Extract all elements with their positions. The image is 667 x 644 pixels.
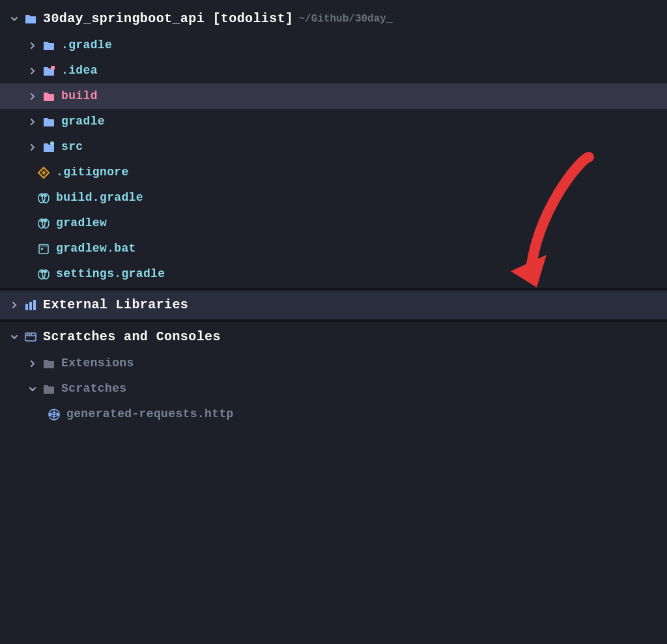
gradle-hidden-item[interactable]: .gradle xyxy=(0,33,667,58)
idea-item[interactable]: .idea xyxy=(0,58,667,83)
extensions-label: Extensions xyxy=(61,355,134,372)
gradle-hidden-chevron xyxy=(26,39,39,52)
section-separator-1 xyxy=(0,288,667,290)
scratches-folder-icon xyxy=(42,382,56,396)
svg-rect-18 xyxy=(25,304,28,310)
gradle-folder-icon xyxy=(42,115,56,129)
external-libraries-label: External Libraries xyxy=(43,295,188,315)
settings-gradle-label: settings.gradle xyxy=(56,265,165,283)
build-gradle-item[interactable]: build.gradle xyxy=(0,185,667,211)
build-label: build xyxy=(61,87,98,105)
gradle-chevron xyxy=(26,115,39,128)
svg-point-16 xyxy=(44,271,47,273)
extensions-chevron xyxy=(26,357,39,370)
scratches-folder-label: Scratches xyxy=(61,380,126,398)
generated-requests-label: generated-requests.http xyxy=(66,405,234,423)
gitignore-icon xyxy=(36,166,51,180)
svg-point-5 xyxy=(40,194,43,197)
svg-rect-12 xyxy=(39,244,48,247)
gradle-item[interactable]: gradle xyxy=(0,109,667,134)
idea-folder-icon xyxy=(42,64,56,78)
svg-point-6 xyxy=(44,194,47,197)
gradle-hidden-label: .gradle xyxy=(61,37,112,54)
build-gradle-label: build.gradle xyxy=(56,189,143,207)
svg-point-9 xyxy=(40,220,43,222)
svg-point-10 xyxy=(44,220,47,222)
gitignore-item[interactable]: .gitignore xyxy=(0,160,667,185)
gradle-label: gradle xyxy=(61,113,105,130)
gradlew-bat-item[interactable]: gradlew.bat xyxy=(0,236,667,261)
gradlew-bat-icon xyxy=(36,242,51,256)
extensions-folder-icon xyxy=(42,357,56,371)
gitignore-label: .gitignore xyxy=(56,164,129,181)
settings-gradle-item[interactable]: settings.gradle xyxy=(0,261,667,287)
svg-point-2 xyxy=(42,171,45,174)
build-folder-icon xyxy=(42,89,56,104)
scratches-consoles-item[interactable]: Scratches and Consoles xyxy=(0,323,667,351)
idea-label: .idea xyxy=(61,62,98,80)
build-item[interactable]: build xyxy=(0,83,667,109)
external-libraries-item[interactable]: External Libraries xyxy=(0,291,667,319)
root-label: 30day_springboot_api [todolist] xyxy=(43,9,293,29)
svg-rect-20 xyxy=(33,300,36,310)
gradlew-label: gradlew xyxy=(56,214,107,232)
scratches-consoles-chevron xyxy=(8,330,21,344)
svg-point-15 xyxy=(40,271,43,273)
settings-gradle-container: settings.gradle xyxy=(0,261,667,287)
svg-point-23 xyxy=(27,334,28,335)
svg-rect-19 xyxy=(29,302,32,310)
root-item[interactable]: 30day_springboot_api [todolist] ~/Github… xyxy=(0,5,667,33)
scratches-consoles-label: Scratches and Consoles xyxy=(43,327,221,347)
generated-requests-item[interactable]: generated-requests.http xyxy=(0,402,667,427)
gradlew-bat-label: gradlew.bat xyxy=(56,240,136,257)
external-libraries-icon xyxy=(23,298,38,312)
src-item[interactable]: src xyxy=(0,134,667,160)
root-folder-icon xyxy=(23,12,38,26)
src-chevron xyxy=(26,141,39,154)
svg-rect-0 xyxy=(51,66,55,70)
src-folder-icon xyxy=(42,140,56,154)
external-libraries-chevron xyxy=(8,299,21,312)
section-separator-2 xyxy=(0,320,667,322)
build-gradle-icon xyxy=(36,191,51,205)
gradlew-icon xyxy=(36,216,51,231)
build-chevron xyxy=(26,90,39,103)
gradle-hidden-folder-icon xyxy=(42,38,56,53)
svg-point-24 xyxy=(29,334,30,335)
scratches-consoles-icon xyxy=(23,330,38,344)
svg-point-1 xyxy=(50,141,54,145)
scratches-folder-item[interactable]: Scratches xyxy=(0,376,667,402)
scratches-folder-chevron xyxy=(26,383,39,396)
file-tree: 30day_springboot_api [todolist] ~/Github… xyxy=(0,0,667,432)
svg-point-25 xyxy=(31,334,32,335)
root-chevron xyxy=(8,12,21,25)
settings-gradle-icon xyxy=(36,267,51,282)
src-label: src xyxy=(61,138,83,156)
generated-requests-icon xyxy=(47,407,61,422)
path-hint: ~/Github/30day_ xyxy=(298,11,392,27)
idea-chevron xyxy=(26,65,39,78)
gradlew-item[interactable]: gradlew xyxy=(0,211,667,236)
extensions-item[interactable]: Extensions xyxy=(0,351,667,376)
